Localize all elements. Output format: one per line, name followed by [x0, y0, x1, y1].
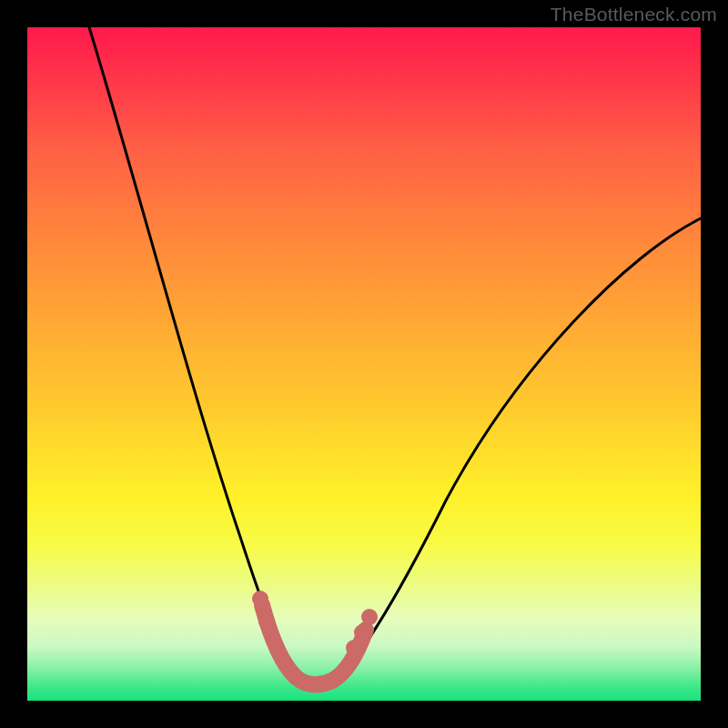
highlight-dot	[252, 591, 268, 607]
chart-frame: TheBottleneck.com	[0, 0, 728, 728]
watermark-text: TheBottleneck.com	[551, 4, 717, 25]
bottleneck-curve	[89, 27, 701, 683]
highlight-dot	[361, 609, 378, 625]
highlight-dot	[258, 613, 275, 630]
plot-area	[27, 27, 701, 701]
highlight-dot	[346, 640, 362, 656]
curve-layer	[27, 27, 701, 701]
highlight-dot	[354, 624, 370, 641]
